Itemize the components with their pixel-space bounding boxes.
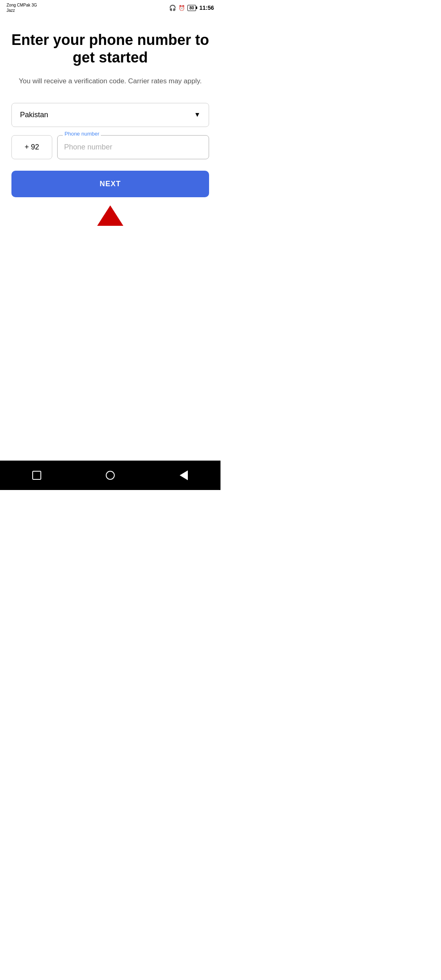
country-dropdown[interactable]: Pakistan ▼ — [11, 103, 209, 127]
back-arrow-icon — [180, 470, 188, 480]
carrier-name-2: Jazz — [7, 8, 37, 13]
arrow-head — [97, 205, 123, 226]
square-icon — [32, 471, 41, 480]
phone-number-field: Phone number — [57, 135, 209, 159]
alarm-icon: ⏰ — [178, 5, 185, 11]
page-title: Enter your phone number to get started — [11, 31, 209, 66]
chevron-down-icon: ▼ — [194, 111, 200, 118]
country-name: Pakistan — [20, 111, 48, 119]
battery-tip — [196, 7, 197, 9]
page-subtitle: You will receive a verification code. Ca… — [19, 76, 202, 87]
headphone-icon: 🎧 — [169, 4, 176, 11]
status-bar: Zong CMPak 3G Jazz 🎧 ⏰ 80 11:56 — [0, 0, 220, 15]
circle-icon — [106, 471, 115, 480]
phone-number-input[interactable] — [57, 135, 209, 159]
battery-indicator: 80 — [187, 5, 196, 11]
nav-recent-apps-button[interactable] — [27, 465, 47, 486]
country-code-label: + 92 — [24, 143, 39, 151]
time-display: 11:56 — [199, 4, 214, 11]
phone-field-label: Phone number — [63, 131, 101, 137]
nav-back-button[interactable] — [174, 465, 194, 486]
next-button[interactable]: NEXT — [11, 171, 209, 197]
status-right: 🎧 ⏰ 80 11:56 — [169, 4, 214, 11]
phone-input-row: + 92 Phone number — [11, 135, 209, 159]
main-content: Enter your phone number to get started Y… — [0, 15, 220, 205]
carrier-name: Zong CMPak 3G — [7, 2, 37, 8]
country-code-box[interactable]: + 92 — [11, 135, 52, 159]
navigation-bar — [0, 461, 220, 490]
carrier-info: Zong CMPak 3G Jazz — [7, 2, 37, 13]
nav-home-button[interactable] — [100, 465, 120, 486]
